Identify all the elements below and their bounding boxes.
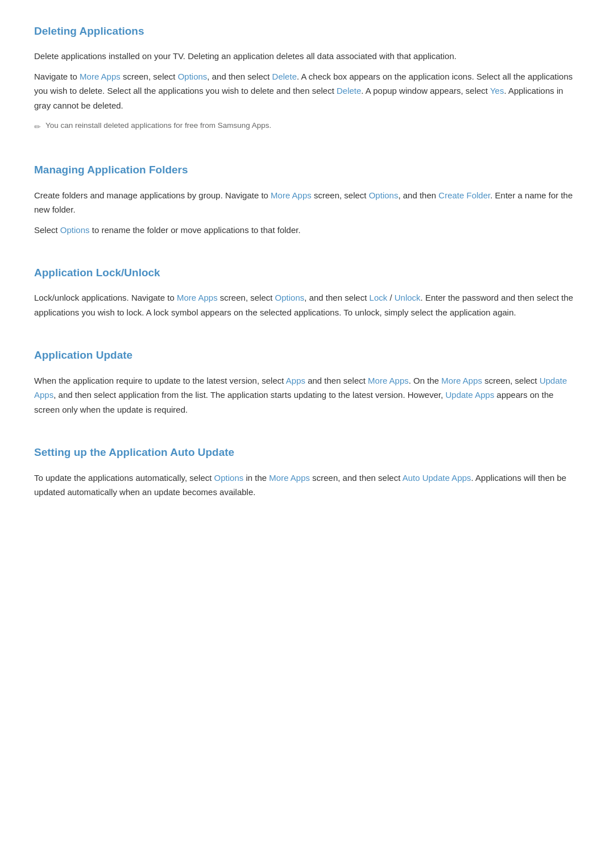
pencil-icon-1: ✏ — [34, 121, 41, 134]
link-more-apps-3[interactable]: More Apps — [177, 293, 218, 302]
link-delete-1[interactable]: Delete — [272, 72, 297, 81]
section-body-deleting: Delete applications installed on your TV… — [34, 49, 580, 134]
link-delete-2[interactable]: Delete — [337, 86, 361, 95]
link-unlock[interactable]: Unlock — [395, 293, 421, 302]
section-auto-update: Setting up the Application Auto Update T… — [34, 444, 580, 499]
link-more-apps-4[interactable]: More Apps — [368, 376, 409, 385]
link-yes-1[interactable]: Yes — [490, 86, 504, 95]
section-body-lock: Lock/unlock applications. Navigate to Mo… — [34, 290, 580, 319]
section-title-lock: Application Lock/Unlock — [34, 264, 580, 281]
link-lock[interactable]: Lock — [370, 293, 388, 302]
link-more-apps-2[interactable]: More Apps — [271, 190, 312, 200]
folders-para-2: Select Options to rename the folder or m… — [34, 223, 580, 238]
section-deleting-applications: Deleting Applications Delete application… — [34, 23, 580, 134]
lock-para-1: Lock/unlock applications. Navigate to Mo… — [34, 290, 580, 319]
section-body-update: When the application require to update t… — [34, 373, 580, 417]
section-title-update: Application Update — [34, 347, 580, 364]
link-apps-1[interactable]: Apps — [286, 376, 305, 385]
deleting-note: ✏ You can reinstall deleted applications… — [34, 119, 580, 134]
link-more-apps-5[interactable]: More Apps — [441, 376, 482, 385]
section-lock-unlock: Application Lock/Unlock Lock/unlock appl… — [34, 264, 580, 319]
update-para-1: When the application require to update t… — [34, 373, 580, 417]
folders-para-1: Create folders and manage applications b… — [34, 188, 580, 217]
link-update-apps-2[interactable]: Update Apps — [445, 390, 494, 400]
link-auto-update-apps[interactable]: Auto Update Apps — [403, 473, 471, 483]
link-options-1[interactable]: Options — [178, 72, 208, 81]
auto-update-para-1: To update the applications automatically… — [34, 471, 580, 500]
link-options-4[interactable]: Options — [275, 293, 305, 302]
section-title-folders: Managing Application Folders — [34, 161, 580, 178]
section-title-deleting: Deleting Applications — [34, 23, 580, 40]
link-options-2[interactable]: Options — [369, 190, 399, 200]
link-create-folder[interactable]: Create Folder — [438, 190, 490, 200]
deleting-note-text: You can reinstall deleted applications f… — [45, 119, 271, 132]
link-more-apps-1[interactable]: More Apps — [80, 72, 121, 81]
link-more-apps-6[interactable]: More Apps — [269, 473, 310, 483]
link-options-5[interactable]: Options — [214, 473, 244, 483]
section-app-update: Application Update When the application … — [34, 347, 580, 417]
deleting-para-1: Delete applications installed on your TV… — [34, 49, 580, 64]
section-title-auto-update: Setting up the Application Auto Update — [34, 444, 580, 461]
link-options-3[interactable]: Options — [60, 225, 90, 235]
section-managing-folders: Managing Application Folders Create fold… — [34, 161, 580, 237]
deleting-para-2: Navigate to More Apps screen, select Opt… — [34, 69, 580, 113]
section-body-auto-update: To update the applications automatically… — [34, 471, 580, 500]
section-body-folders: Create folders and manage applications b… — [34, 188, 580, 238]
